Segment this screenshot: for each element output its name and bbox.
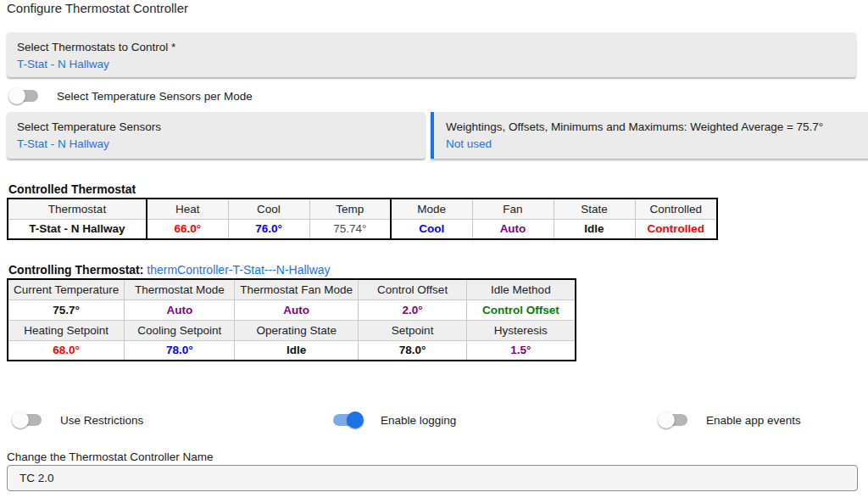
table-header-row: Heating Setpoint Cooling Setpoint Operat…	[8, 320, 576, 340]
thermostat-name-cell: T-Stat - N Hallway	[8, 219, 147, 239]
use-restrictions-toggle[interactable]	[12, 411, 43, 428]
thermostat-mode-cell: Auto	[125, 299, 235, 320]
mode-cell: Cool	[391, 219, 472, 239]
table-row: 68.0° 78.0° Idle 78.0° 1.5°	[8, 340, 576, 361]
col-operating-state: Operating State	[235, 320, 359, 340]
controlling-thermostat-link[interactable]: thermController-T-Stat---N-Hallway	[147, 263, 330, 277]
col-thermostat-fan-mode: Thermostat Fan Mode	[235, 279, 359, 299]
col-idle-method: Idle Method	[467, 279, 576, 299]
controlled-thermostat-table: Thermostat Heat Cool Temp Mode Fan State…	[7, 198, 718, 240]
heat-setpoint-cell: 66.0°	[147, 219, 228, 239]
col-state: State	[554, 199, 635, 219]
col-current-temperature: Current Temperature	[8, 279, 125, 299]
col-cool: Cool	[228, 199, 309, 219]
weightings-value-link[interactable]: Not used	[446, 137, 861, 151]
use-restrictions-row: Use Restrictions	[12, 411, 143, 428]
col-hysteresis: Hysteresis	[467, 320, 576, 340]
table-header-row: Current Temperature Thermostat Mode Ther…	[8, 279, 576, 299]
state-cell: Idle	[554, 219, 635, 239]
sensors-per-mode-toggle[interactable]	[8, 87, 40, 104]
weightings-button[interactable]: Weightings, Offsets, Minimums and Maximu…	[431, 112, 868, 159]
select-thermostats-button[interactable]: Select Thermostats to Control * T-Stat -…	[7, 32, 856, 77]
weightings-label: Weightings, Offsets, Minimums and Maximu…	[446, 120, 861, 134]
table-row: 75.7° Auto Auto 2.0° Control Offset	[8, 299, 576, 320]
controlled-thermostat-heading: Controlled Thermostat	[8, 182, 136, 196]
current-temperature-cell: 75.7°	[8, 299, 125, 320]
col-temp: Temp	[309, 199, 391, 219]
toggle-thumb	[658, 411, 675, 428]
toggle-thumb	[12, 411, 29, 428]
cool-setpoint-cell: 76.0°	[228, 219, 309, 239]
page-title: Configure Thermostat Controller	[7, 1, 188, 15]
select-sensors-button[interactable]: Select Temperature Sensors T-Stat - N Ha…	[7, 112, 426, 159]
toggle-thumb	[347, 411, 364, 428]
selected-sensor-link[interactable]: T-Stat - N Hallway	[17, 137, 415, 151]
toggle-thumb	[8, 87, 25, 104]
col-thermostat: Thermostat	[8, 199, 147, 219]
setpoint-cell: 78.0°	[359, 340, 467, 361]
col-setpoint: Setpoint	[359, 320, 467, 340]
thermostat-controller-config-page: Configure Thermostat Controller Select T…	[0, 0, 868, 498]
sensors-per-mode-label: Select Temperature Sensors per Mode	[57, 90, 253, 103]
col-control-offset: Control Offset	[359, 279, 467, 299]
hysteresis-cell: 1.5°	[467, 340, 576, 361]
enable-logging-label: Enable logging	[381, 414, 456, 427]
enable-app-events-label: Enable app events	[706, 414, 801, 427]
idle-method-cell: Control Offset	[467, 299, 576, 320]
enable-app-events-row: Enable app events	[658, 411, 801, 428]
select-thermostats-label: Select Thermostats to Control *	[17, 40, 846, 54]
enable-logging-row: Enable logging	[332, 411, 456, 428]
controller-name-label: Change the Thermostat Controller Name	[7, 450, 214, 463]
table-header-row: Thermostat Heat Cool Temp Mode Fan State…	[8, 199, 717, 219]
col-mode: Mode	[391, 199, 472, 219]
controlling-thermostat-table: Current Temperature Thermostat Mode Ther…	[7, 278, 576, 361]
enable-app-events-toggle[interactable]	[658, 411, 689, 428]
select-sensors-label: Select Temperature Sensors	[17, 120, 415, 134]
enable-logging-toggle[interactable]	[332, 411, 364, 428]
controller-name-input[interactable]	[7, 465, 858, 491]
col-cooling-setpoint: Cooling Setpoint	[125, 320, 235, 340]
col-fan: Fan	[472, 199, 554, 219]
controlling-thermostat-heading: Controlling Thermostat: thermController-…	[8, 263, 331, 277]
selected-thermostat-link[interactable]: T-Stat - N Hallway	[17, 57, 846, 71]
temp-cell: 75.74°	[309, 219, 391, 239]
cooling-setpoint-cell: 78.0°	[125, 340, 235, 361]
heating-setpoint-cell: 68.0°	[8, 340, 125, 361]
col-heat: Heat	[147, 199, 228, 219]
controlling-thermostat-label: Controlling Thermostat:	[8, 263, 143, 277]
use-restrictions-label: Use Restrictions	[60, 414, 143, 427]
control-offset-cell: 2.0°	[359, 299, 467, 320]
col-thermostat-mode: Thermostat Mode	[125, 279, 235, 299]
operating-state-cell: Idle	[235, 340, 359, 361]
sensors-per-mode-row: Select Temperature Sensors per Mode	[8, 87, 253, 104]
fan-cell: Auto	[472, 219, 554, 239]
table-row: T-Stat - N Hallway 66.0° 76.0° 75.74° Co…	[8, 219, 717, 239]
thermostat-fan-mode-cell: Auto	[235, 299, 359, 320]
col-heating-setpoint: Heating Setpoint	[8, 320, 125, 340]
controlled-status-cell: Controlled	[635, 219, 717, 239]
col-controlled: Controlled	[635, 199, 717, 219]
